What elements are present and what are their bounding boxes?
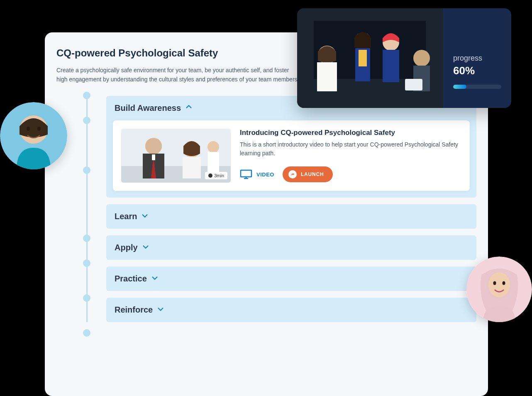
launch-label: LAUNCH (301, 171, 324, 177)
timeline-dot (83, 259, 90, 267)
chevron-down-icon (141, 212, 149, 221)
section-title: Practice (115, 274, 147, 284)
svg-rect-16 (317, 62, 337, 91)
lesson-thumbnail[interactable]: 3min (121, 129, 231, 183)
hero-progress-panel: progress 60% (443, 8, 511, 108)
hero-image (297, 8, 443, 108)
section-header-practice[interactable]: Practice (106, 266, 476, 291)
monitor-icon (240, 169, 252, 179)
svg-point-32 (493, 281, 496, 285)
avatar (466, 257, 532, 322)
timeline-dot (83, 294, 90, 302)
page-description: Create a psychologically safe environmen… (56, 66, 301, 84)
duration-text: 3min (214, 173, 224, 178)
header-section: CQ-powered Psychological Safety Create a… (56, 46, 301, 96)
section-title: Reinforce (115, 305, 153, 315)
section-header-reinforce[interactable]: Reinforce (106, 298, 476, 322)
section-build-awareness: Build Awareness (106, 96, 476, 198)
svg-rect-5 (152, 154, 155, 160)
chevron-down-icon (157, 305, 164, 314)
launch-button[interactable]: LAUNCH (283, 166, 333, 182)
section-apply: Apply (106, 235, 476, 260)
section-title: Learn (115, 212, 137, 221)
sections-list: Build Awareness (106, 96, 476, 322)
section-title: Build Awareness (115, 103, 181, 113)
svg-point-2 (145, 138, 162, 154)
video-type-indicator: VIDEO (240, 169, 274, 179)
svg-point-22 (413, 50, 430, 66)
svg-rect-9 (207, 152, 219, 173)
svg-rect-24 (405, 79, 422, 90)
timeline-dot (83, 166, 90, 174)
hero-progress-card: progress 60% (297, 8, 511, 108)
timeline-dot (83, 235, 90, 242)
svg-point-27 (27, 127, 30, 131)
svg-point-8 (207, 141, 219, 153)
svg-rect-10 (241, 170, 251, 177)
section-practice: Practice (106, 266, 476, 291)
section-content: 3min Introducing CQ-powered Psychologica… (106, 120, 476, 198)
lesson-body: Introducing CQ-powered Psychological Saf… (240, 129, 461, 183)
lesson-title: Introducing CQ-powered Psychological Saf… (240, 129, 461, 137)
timeline-dot (83, 329, 90, 337)
section-learn: Learn (106, 204, 476, 229)
chevron-down-icon (151, 274, 159, 283)
share-arrow-icon (288, 170, 297, 178)
avatar (0, 102, 67, 169)
svg-point-28 (37, 127, 41, 131)
video-type-label: VIDEO (256, 171, 274, 178)
chevron-up-icon (185, 103, 193, 112)
lesson-description: This is a short introductory video to he… (240, 140, 461, 158)
duration-badge: 3min (205, 172, 227, 179)
progress-label: progress (453, 54, 501, 63)
page-title: CQ-powered Psychological Safety (56, 47, 301, 59)
svg-rect-19 (359, 50, 367, 66)
lesson-card: 3min Introducing CQ-powered Psychologica… (113, 120, 470, 191)
section-reinforce: Reinforce (106, 298, 476, 322)
chevron-down-icon (142, 243, 149, 252)
timeline-line (86, 93, 88, 322)
timeline-container: Build Awareness (56, 96, 476, 322)
section-header-apply[interactable]: Apply (106, 235, 476, 260)
svg-rect-21 (383, 50, 399, 82)
clock-icon (208, 174, 212, 178)
svg-rect-7 (183, 157, 201, 178)
svg-point-31 (488, 272, 510, 297)
section-title: Apply (115, 243, 138, 252)
timeline-dot (83, 117, 90, 124)
svg-point-33 (503, 281, 505, 285)
progress-bar (453, 85, 501, 89)
timeline-dot (83, 92, 90, 99)
progress-value: 60% (453, 64, 501, 77)
section-header-learn[interactable]: Learn (106, 204, 476, 229)
lesson-actions: VIDEO LAUNCH (240, 166, 461, 182)
progress-fill (453, 85, 466, 89)
